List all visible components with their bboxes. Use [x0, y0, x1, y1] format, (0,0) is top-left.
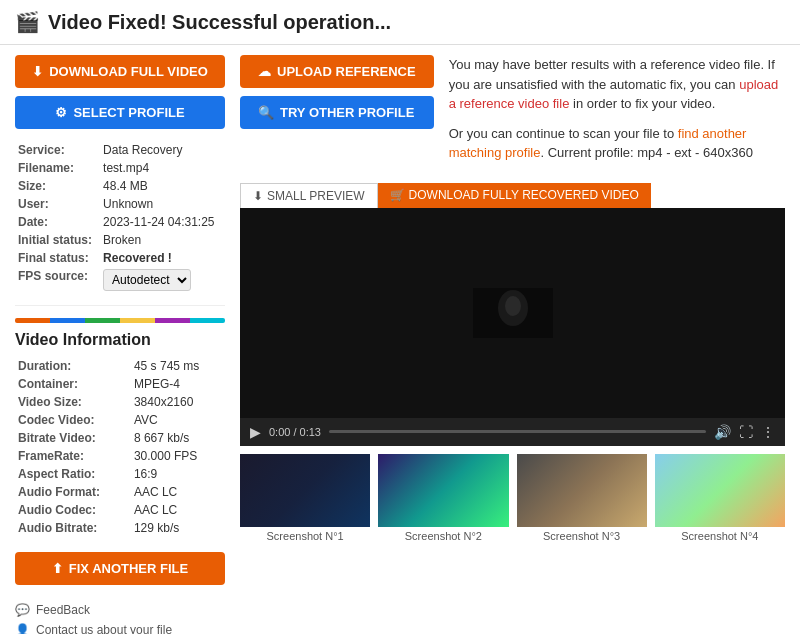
contact-link[interactable]: 👤 Contact us about your file — [15, 620, 225, 634]
framerate-label: FrameRate: — [15, 447, 131, 465]
video-size-label: Video Size: — [15, 393, 131, 411]
container-label: Container: — [15, 375, 131, 393]
aspect-value: 16:9 — [131, 465, 225, 483]
feedback-link[interactable]: 💬 FeedBack — [15, 600, 225, 620]
page-title: Video Fixed! Successful operation... — [48, 11, 391, 34]
filename-label: Filename: — [15, 159, 100, 177]
select-profile-button[interactable]: ⚙ SELECT PROFILE — [15, 96, 225, 129]
duration-label: Duration: — [15, 357, 131, 375]
right-top: ☁ UPLOAD REFERENCE 🔍 TRY OTHER PROFILE Y… — [240, 55, 785, 173]
download-full-video-button[interactable]: ⬇ DOWNLOAD FULL VIDEO — [15, 55, 225, 88]
user-value: Unknown — [100, 195, 225, 213]
bitrate-value: 8 667 kb/s — [131, 429, 225, 447]
container-value: MPEG-4 — [131, 375, 225, 393]
duration-value: 45 s 745 ms — [131, 357, 225, 375]
download-recovered-tab[interactable]: 🛒 DOWNLOAD FULLY RECOVERED VIDEO — [378, 183, 651, 208]
profile-icon: ⚙ — [55, 105, 67, 120]
preview-icon: ⬇ — [253, 189, 263, 203]
page-header: 🎬 Video Fixed! Successful operation... — [0, 0, 800, 45]
info-text-container: You may have better results with a refer… — [449, 55, 785, 173]
final-status-value: Recovered ! — [100, 249, 225, 267]
small-preview-tab[interactable]: ⬇ SMALL PREVIEW — [240, 183, 378, 208]
fix-icon: ⬆ — [52, 561, 63, 576]
fps-value[interactable]: Autodetect 23.976 24 25 29.97 30 — [100, 267, 225, 293]
screenshot-thumb-1 — [240, 454, 370, 527]
final-status-label: Final status: — [15, 249, 100, 267]
video-preview-area — [240, 208, 785, 418]
info-text-2: Or you can continue to scan your file to… — [449, 124, 785, 163]
date-label: Date: — [15, 213, 100, 231]
feedback-icon: 💬 — [15, 603, 30, 617]
date-value: 2023-11-24 04:31:25 — [100, 213, 225, 231]
framerate-value: 30.000 FPS — [131, 447, 225, 465]
color-bar — [15, 318, 225, 323]
screenshot-thumb-4 — [655, 454, 785, 527]
screenshot-thumb-3 — [517, 454, 647, 527]
aspect-label: Aspect Ratio: — [15, 465, 131, 483]
initial-status-label: Initial status: — [15, 231, 100, 249]
fullscreen-button[interactable]: ⛶ — [739, 424, 753, 440]
audio-format-value: AAC LC — [131, 483, 225, 501]
screenshot-3: Screenshot N°3 — [517, 454, 647, 545]
codec-value: AVC — [131, 411, 225, 429]
right-panel: ☁ UPLOAD REFERENCE 🔍 TRY OTHER PROFILE Y… — [240, 55, 785, 634]
screenshot-label-1: Screenshot N°1 — [240, 527, 370, 545]
audio-bitrate-label: Audio Bitrate: — [15, 519, 131, 537]
try-other-profile-button[interactable]: 🔍 TRY OTHER PROFILE — [240, 96, 434, 129]
fix-another-file-button[interactable]: ⬆ FIX ANOTHER FILE — [15, 552, 225, 585]
upload-reference-button[interactable]: ☁ UPLOAD REFERENCE — [240, 55, 434, 88]
size-label: Size: — [15, 177, 100, 195]
more-options-button[interactable]: ⋮ — [761, 424, 775, 440]
screenshot-label-2: Screenshot N°2 — [378, 527, 508, 545]
initial-status-value: Broken — [100, 231, 225, 249]
cart-icon: 🛒 — [390, 188, 405, 202]
fps-select[interactable]: Autodetect 23.976 24 25 29.97 30 — [103, 269, 191, 291]
video-size-value: 3840x2160 — [131, 393, 225, 411]
upload-icon: ☁ — [258, 64, 271, 79]
search-icon: 🔍 — [258, 105, 274, 120]
left-panel: ⬇ DOWNLOAD FULL VIDEO ⚙ SELECT PROFILE S… — [15, 55, 225, 634]
screenshot-label-3: Screenshot N°3 — [517, 527, 647, 545]
audio-bitrate-value: 129 kb/s — [131, 519, 225, 537]
download-icon: ⬇ — [32, 64, 43, 79]
preview-area: ⬇ SMALL PREVIEW 🛒 DOWNLOAD FULLY RECOVER… — [240, 183, 785, 546]
screenshot-label-4: Screenshot N°4 — [655, 527, 785, 545]
progress-bar[interactable] — [329, 430, 706, 433]
divider-1 — [15, 305, 225, 306]
play-button[interactable]: ▶ — [250, 424, 261, 440]
fps-label: FPS source: — [15, 267, 100, 293]
screenshot-1: Screenshot N°1 — [240, 454, 370, 545]
size-value: 48.4 MB — [100, 177, 225, 195]
video-info-table: Duration: 45 s 745 ms Container: MPEG-4 … — [15, 357, 225, 537]
audio-codec-label: Audio Codec: — [15, 501, 131, 519]
file-info-table: Service: Data Recovery Filename: test.mp… — [15, 141, 225, 293]
video-controls: ▶ 0:00 / 0:13 🔊 ⛶ ⋮ — [240, 418, 785, 446]
action-buttons: ☁ UPLOAD REFERENCE 🔍 TRY OTHER PROFILE — [240, 55, 434, 129]
volume-button[interactable]: 🔊 — [714, 424, 731, 440]
preview-tabs: ⬇ SMALL PREVIEW 🛒 DOWNLOAD FULLY RECOVER… — [240, 183, 785, 208]
audio-format-label: Audio Format: — [15, 483, 131, 501]
camera-icon: 🎬 — [15, 10, 40, 34]
video-player-container: ▶ 0:00 / 0:13 🔊 ⛶ ⋮ — [240, 208, 785, 446]
video-time: 0:00 / 0:13 — [269, 426, 321, 438]
codec-label: Codec Video: — [15, 411, 131, 429]
video-frame-placeholder — [473, 288, 553, 338]
bitrate-label: Bitrate Video: — [15, 429, 131, 447]
screenshot-2: Screenshot N°2 — [378, 454, 508, 545]
video-info-title: Video Information — [15, 331, 225, 349]
service-value: Data Recovery — [100, 141, 225, 159]
contact-icon: 👤 — [15, 623, 30, 634]
footer-links: 💬 FeedBack 👤 Contact us about your file … — [15, 600, 225, 634]
screenshots-row: Screenshot N°1 Screenshot N°2 Screenshot… — [240, 454, 785, 545]
user-label: User: — [15, 195, 100, 213]
screenshot-4: Screenshot N°4 — [655, 454, 785, 545]
filename-value: test.mp4 — [100, 159, 225, 177]
screenshot-thumb-2 — [378, 454, 508, 527]
service-label: Service: — [15, 141, 100, 159]
info-text-1: You may have better results with a refer… — [449, 55, 785, 114]
svg-point-2 — [505, 296, 521, 316]
audio-codec-value: AAC LC — [131, 501, 225, 519]
